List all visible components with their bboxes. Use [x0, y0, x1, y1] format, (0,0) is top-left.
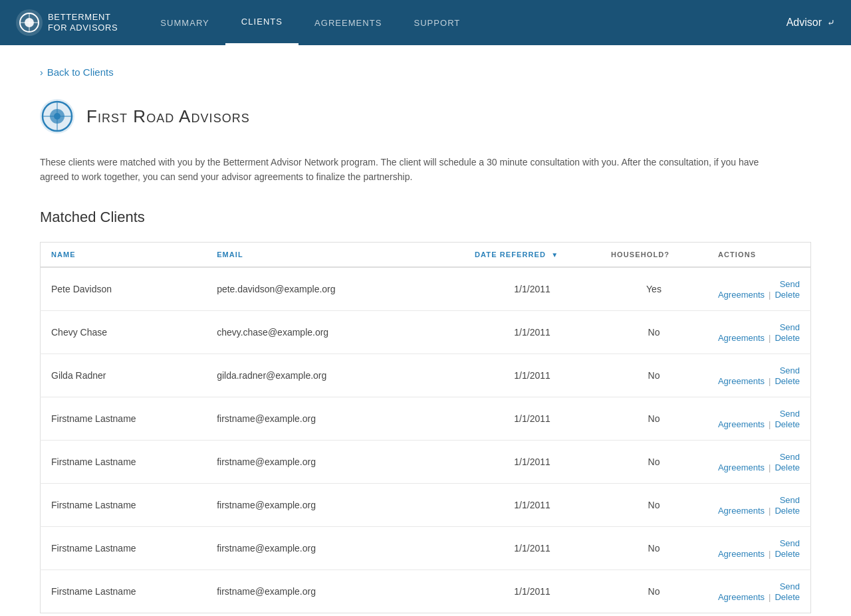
section-title: Matched Clients	[40, 209, 811, 226]
cell-date: 1/1/2011	[464, 267, 600, 311]
table-row: Firstname Lastname firstname@example.org…	[41, 526, 811, 569]
cell-email: firstname@example.org	[206, 397, 464, 440]
cell-name: Pete Davidson	[41, 267, 207, 311]
chevron-down-icon[interactable]: ⤶	[827, 17, 835, 28]
cell-household: No	[600, 483, 707, 526]
cell-actions: Send Agreements|Delete	[707, 526, 811, 569]
table-header: Name Email Date Referred ▼ Household? Ac…	[41, 242, 811, 267]
cell-actions: Send Agreements|Delete	[707, 483, 811, 526]
nav-links: Summary Clients Agreements Support	[144, 0, 476, 45]
company-name: First Road Advisors	[86, 106, 250, 127]
cell-email: gilda.radner@example.org	[206, 354, 464, 397]
nav-right: Advisor ⤶	[787, 17, 835, 29]
table-row: Firstname Lastname firstname@example.org…	[41, 397, 811, 440]
logo-icon	[16, 9, 43, 36]
company-logo-icon	[40, 99, 74, 134]
cell-email: firstname@example.org	[206, 526, 464, 569]
nav-agreements[interactable]: Agreements	[299, 0, 398, 45]
delete-link[interactable]: Delete	[775, 419, 800, 429]
cell-date: 1/1/2011	[464, 397, 600, 440]
nav-clients[interactable]: Clients	[225, 0, 299, 45]
delete-link[interactable]: Delete	[775, 549, 800, 559]
cell-email: chevy.chase@example.org	[206, 310, 464, 354]
cell-actions: Send Agreements|Delete	[707, 267, 811, 311]
action-separator: |	[769, 376, 771, 386]
cell-actions: Send Agreements|Delete	[707, 440, 811, 483]
delete-link[interactable]: Delete	[775, 290, 800, 300]
cell-name: Gilda Radner	[41, 354, 207, 397]
logo-line1: Betterment	[48, 12, 118, 23]
delete-link[interactable]: Delete	[775, 462, 800, 472]
cell-household: No	[600, 310, 707, 354]
cell-household: No	[600, 526, 707, 569]
cell-name: Firstname Lastname	[41, 569, 207, 613]
table-row: Chevy Chase chevy.chase@example.org 1/1/…	[41, 310, 811, 354]
sort-icon: ▼	[551, 251, 558, 258]
main-content: › Back to Clients First Road Advisors Th…	[13, 45, 838, 616]
action-separator: |	[769, 549, 771, 559]
cell-name: Firstname Lastname	[41, 483, 207, 526]
advisor-label: Advisor	[787, 17, 822, 29]
table-row: Firstname Lastname firstname@example.org…	[41, 569, 811, 613]
cell-household: No	[600, 397, 707, 440]
cell-date: 1/1/2011	[464, 354, 600, 397]
table-row: Gilda Radner gilda.radner@example.org 1/…	[41, 354, 811, 397]
nav-summary[interactable]: Summary	[144, 0, 225, 45]
table-body: Pete Davidson pete.davidson@example.org …	[41, 267, 811, 613]
cell-email: firstname@example.org	[206, 440, 464, 483]
company-header: First Road Advisors	[40, 99, 811, 134]
description-text: These clients were matched with you by t…	[40, 155, 771, 185]
cell-name: Firstname Lastname	[41, 526, 207, 569]
col-header-actions: Actions	[707, 242, 811, 267]
cell-email: firstname@example.org	[206, 569, 464, 613]
cell-household: No	[600, 354, 707, 397]
col-header-name: Name	[41, 242, 207, 267]
cell-date: 1/1/2011	[464, 526, 600, 569]
action-separator: |	[769, 290, 771, 300]
delete-link[interactable]: Delete	[775, 376, 800, 386]
cell-actions: Send Agreements|Delete	[707, 569, 811, 613]
cell-name: Firstname Lastname	[41, 440, 207, 483]
cell-name: Chevy Chase	[41, 310, 207, 354]
cell-actions: Send Agreements|Delete	[707, 354, 811, 397]
clients-table: Name Email Date Referred ▼ Household? Ac…	[40, 242, 811, 613]
delete-link[interactable]: Delete	[775, 592, 800, 602]
col-header-household: Household?	[600, 242, 707, 267]
cell-email: firstname@example.org	[206, 483, 464, 526]
cell-date: 1/1/2011	[464, 569, 600, 613]
breadcrumb-arrow-icon: ›	[40, 67, 43, 78]
main-nav: Betterment for Advisors Summary Clients …	[0, 0, 851, 45]
action-separator: |	[769, 462, 771, 472]
col-header-date[interactable]: Date Referred ▼	[464, 242, 600, 267]
breadcrumb: › Back to Clients	[40, 66, 811, 78]
logo-line2: for Advisors	[48, 23, 118, 33]
table-row: Firstname Lastname firstname@example.org…	[41, 483, 811, 526]
cell-date: 1/1/2011	[464, 310, 600, 354]
nav-support[interactable]: Support	[398, 0, 476, 45]
action-separator: |	[769, 333, 771, 343]
col-header-email: Email	[206, 242, 464, 267]
cell-household: Yes	[600, 267, 707, 311]
svg-point-10	[54, 113, 61, 120]
cell-date: 1/1/2011	[464, 440, 600, 483]
back-to-clients-link[interactable]: Back to Clients	[47, 66, 114, 78]
delete-link[interactable]: Delete	[775, 506, 800, 516]
table-row: Pete Davidson pete.davidson@example.org …	[41, 267, 811, 311]
action-separator: |	[769, 592, 771, 602]
cell-name: Firstname Lastname	[41, 397, 207, 440]
cell-email: pete.davidson@example.org	[206, 267, 464, 311]
cell-household: No	[600, 440, 707, 483]
table-row: Firstname Lastname firstname@example.org…	[41, 440, 811, 483]
cell-actions: Send Agreements|Delete	[707, 397, 811, 440]
action-separator: |	[769, 506, 771, 516]
cell-date: 1/1/2011	[464, 483, 600, 526]
action-separator: |	[769, 419, 771, 429]
logo: Betterment for Advisors	[16, 9, 118, 36]
cell-household: No	[600, 569, 707, 613]
cell-actions: Send Agreements|Delete	[707, 310, 811, 354]
delete-link[interactable]: Delete	[775, 333, 800, 343]
